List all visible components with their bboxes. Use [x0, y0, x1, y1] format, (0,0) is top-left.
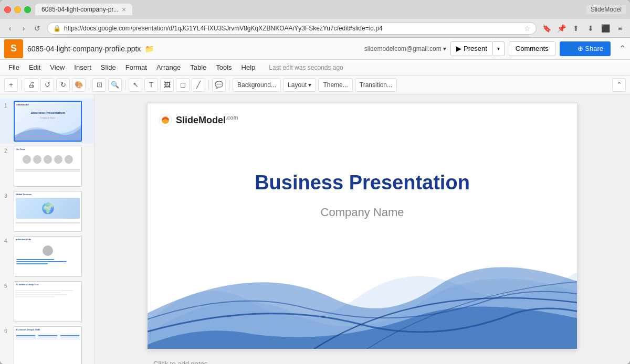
- layout-button[interactable]: Layout ▾: [283, 78, 316, 92]
- add-button[interactable]: +: [4, 78, 18, 92]
- line3: [16, 263, 48, 264]
- slide-edit-area[interactable]: SlideModel.com Business Presentation Com…: [94, 94, 630, 364]
- menu-view[interactable]: View: [46, 61, 69, 73]
- slide-item-6[interactable]: 6 3 Columns Sample Slide: [0, 324, 94, 364]
- slide-main-subtitle[interactable]: Company Name: [148, 206, 577, 219]
- slide-panel[interactable]: 1 ●SlideModel Business Presentation Comp…: [0, 94, 94, 364]
- refresh-button[interactable]: ↺: [32, 23, 43, 34]
- folder-icon[interactable]: 📁: [145, 45, 154, 53]
- slide-number-6: 6: [4, 328, 10, 334]
- present-button[interactable]: ▶ Present: [450, 41, 493, 56]
- toolbar2: + 🖨 ↺ ↻ 🎨 ⊡ 🔍 ↖ T 🖼 ◻ ╱ 💬 Background... …: [0, 76, 630, 94]
- bookmark-icon[interactable]: ☆: [524, 24, 531, 33]
- slide-thumb-1[interactable]: ●SlideModel Business Presentation Compan…: [14, 101, 82, 142]
- separator2: [89, 80, 89, 90]
- menu-bar: File Edit View Insert Slide Format Arran…: [0, 60, 630, 76]
- transition-button[interactable]: Transition...: [355, 78, 397, 92]
- separator1: [21, 80, 22, 90]
- title-bar: 6085-04-light-company-pr... ✕ SlideModel: [0, 0, 630, 19]
- shapes-tool[interactable]: ◻: [176, 78, 190, 92]
- thumb1-logo: ●SlideModel: [16, 103, 29, 106]
- redo-button[interactable]: ↻: [56, 78, 70, 92]
- thumb5-title: 7 Lifetime Activity Text: [14, 282, 81, 286]
- menu-slide[interactable]: Slide: [97, 61, 120, 73]
- menu-edit[interactable]: Edit: [25, 61, 45, 73]
- theme-button[interactable]: Theme...: [318, 78, 352, 92]
- zoom-in-button[interactable]: 🔍: [108, 78, 122, 92]
- thumb1-wave-svg: [15, 117, 81, 141]
- menu-file[interactable]: File: [4, 61, 24, 73]
- app-icon: S: [4, 39, 23, 58]
- slide-thumb-3[interactable]: Global Services 🌍: [14, 191, 82, 232]
- slide-item-4[interactable]: 4 Individual Slide: [0, 234, 94, 279]
- extensions-icon[interactable]: 🔖: [541, 23, 552, 34]
- thumb3-text: [14, 220, 81, 226]
- thumb1-title: Business Presentation: [15, 111, 81, 114]
- main-content: 1 ●SlideModel Business Presentation Comp…: [0, 94, 630, 364]
- comment-tool[interactable]: 💬: [212, 78, 226, 92]
- text-tool[interactable]: T: [144, 78, 158, 92]
- separator3: [125, 80, 125, 90]
- slide-thumb-6[interactable]: 3 Columns Sample Slide: [14, 326, 82, 364]
- slide-item-5[interactable]: 5 7 Lifetime Activity Text: [0, 279, 94, 324]
- print-button[interactable]: 🖨: [25, 78, 38, 92]
- pinterest-icon[interactable]: 📌: [555, 23, 567, 34]
- thumb4-person: [43, 245, 53, 256]
- maximize-button[interactable]: [24, 6, 31, 13]
- world-icon: 🌍: [41, 202, 55, 215]
- slide-main-title[interactable]: Business Presentation: [148, 172, 577, 194]
- slide-number-3: 3: [4, 193, 10, 199]
- thumb6-title: 3 Columns Sample Slide: [14, 327, 81, 331]
- share-button[interactable]: 👤 ⊕ Share: [560, 41, 611, 56]
- collapse-toolbar-icon[interactable]: ⌃: [619, 44, 626, 53]
- slide-waves: [148, 219, 577, 349]
- slide-item-1[interactable]: 1 ●SlideModel Business Presentation Comp…: [0, 99, 94, 144]
- background-button[interactable]: Background...: [233, 78, 281, 92]
- transition-label: Transition...: [360, 81, 392, 89]
- slide-notes[interactable]: Click to add notes: [147, 354, 578, 364]
- app-toolbar: S 6085-04-light-company-profile.pptx 📁 s…: [0, 38, 630, 60]
- file-title[interactable]: 6085-04-light-company-profile.pptx: [27, 45, 141, 53]
- layout-label: Layout ▾: [288, 81, 311, 89]
- menu-tools[interactable]: Tools: [212, 61, 236, 73]
- paint-format-button[interactable]: 🎨: [72, 78, 86, 92]
- collapse-panel-button[interactable]: ⌃: [612, 78, 626, 92]
- menu-format[interactable]: Format: [121, 61, 151, 73]
- slide-thumb-2[interactable]: Our Team: [14, 146, 82, 187]
- settings-icon[interactable]: ≡: [614, 23, 626, 34]
- menu-insert[interactable]: Insert: [70, 61, 96, 73]
- menu-table[interactable]: Table: [186, 61, 211, 73]
- menu-arrange[interactable]: Arrange: [152, 61, 185, 73]
- present-dropdown[interactable]: ▾: [493, 41, 505, 56]
- close-button[interactable]: [4, 6, 11, 13]
- pocket-icon[interactable]: ⬆: [570, 23, 582, 34]
- line1: [16, 259, 54, 260]
- slide-item-3[interactable]: 3 Global Services 🌍: [0, 189, 94, 234]
- download-icon[interactable]: ⬇: [585, 23, 596, 34]
- image-tool[interactable]: 🖼: [160, 78, 174, 92]
- separator5: [229, 80, 229, 90]
- slide-thumb-4[interactable]: Individual Slide: [14, 236, 82, 277]
- comments-button[interactable]: Comments: [509, 41, 555, 56]
- minimize-button[interactable]: [14, 6, 21, 13]
- undo-button[interactable]: ↺: [40, 78, 54, 92]
- browser-tab[interactable]: 6085-04-light-company-pr... ✕: [35, 4, 132, 15]
- select-tool[interactable]: ↖: [129, 78, 142, 92]
- apps-icon[interactable]: ⬛: [600, 23, 611, 34]
- slide-thumb-5[interactable]: 7 Lifetime Activity Text: [14, 281, 82, 322]
- url-bar[interactable]: 🔒 https://docs.google.com/presentation/d…: [47, 22, 537, 35]
- slide-item-2[interactable]: 2 Our Team: [0, 144, 94, 189]
- thumb5-text: [14, 287, 81, 300]
- user-email[interactable]: slidemodelcom@gmail.com ▾: [364, 45, 446, 52]
- zoom-fit-button[interactable]: ⊡: [92, 78, 106, 92]
- back-button[interactable]: ‹: [4, 23, 16, 34]
- avatar-3: [44, 155, 52, 164]
- forward-button[interactable]: ›: [18, 23, 29, 34]
- address-bar: ‹ › ↺ 🔒 https://docs.google.com/presenta…: [0, 19, 630, 38]
- thumb2-text: [14, 167, 81, 174]
- main-slide[interactable]: SlideModel.com Business Presentation Com…: [147, 103, 578, 349]
- menu-help[interactable]: Help: [237, 61, 260, 73]
- line-tool[interactable]: ╱: [192, 78, 205, 92]
- avatar-2: [33, 155, 41, 164]
- tab-close-icon[interactable]: ✕: [122, 7, 126, 13]
